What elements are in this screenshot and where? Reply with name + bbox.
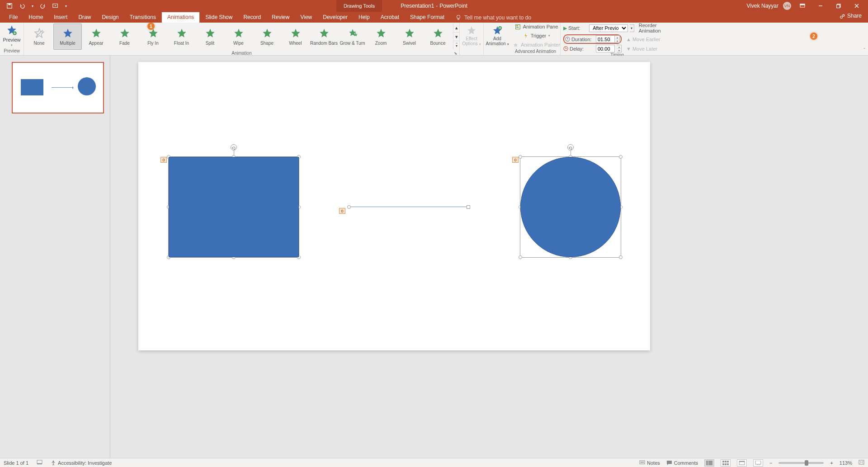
undo-icon[interactable] [19,3,25,9]
zoom-slider[interactable] [778,462,824,464]
tab-home[interactable]: Home [23,12,48,23]
animation-order-tag-rect[interactable]: 0 [160,157,167,163]
shape-rectangle[interactable] [169,157,299,257]
group-preview: Preview ▾ Preview [0,23,24,55]
notes-button[interactable]: Notes [639,460,660,466]
user-name[interactable]: Vivek Nayyar [747,3,778,9]
animation-pane-button[interactable]: Animation Pane [515,23,558,31]
start-select[interactable]: After Previous [589,24,628,32]
shape-line[interactable]: 0 [347,207,469,207]
tab-shape-format[interactable]: Shape Format [405,12,450,23]
slide-thumbnail-1[interactable] [12,62,104,113]
start-dropdown-arrow[interactable]: ▾ [630,24,634,32]
tab-developer[interactable]: Developer [317,12,353,23]
move-later-label: Move Later [632,46,657,52]
timing-start-row: ▶Start: After Previous ▾ Reorder Animati… [563,23,671,33]
gallery-item-floatin[interactable]: Float In [167,24,196,50]
gallery-item-fade[interactable]: Fade [110,24,139,50]
tab-review[interactable]: Review [266,12,295,23]
gallery-item-none[interactable]: None [25,24,53,50]
save-icon[interactable] [6,3,13,9]
line-handle-left[interactable] [347,205,351,209]
gallery-item-bounce[interactable]: Bounce [424,24,452,50]
resize-handle[interactable] [619,255,623,259]
collapse-ribbon-button[interactable]: ˆ [863,47,865,53]
preview-button[interactable]: Preview ▾ [3,24,20,47]
selection-rect[interactable]: 0 [168,156,299,258]
slide-sorter-view-button[interactable] [721,459,731,467]
line-handle-right[interactable] [467,205,470,209]
resize-handle[interactable] [619,155,623,159]
ribbon-display-options-icon[interactable] [796,0,809,12]
share-button[interactable]: Share [840,13,862,19]
slide-indicator[interactable]: Slide 1 of 1 [4,460,28,466]
shape-circle[interactable] [520,157,621,257]
zoom-slider-thumb[interactable] [805,460,808,466]
tab-file[interactable]: File [4,12,23,23]
start-from-beginning-icon[interactable] [52,3,59,9]
trigger-button[interactable]: Trigger ▾ [523,32,550,40]
tab-insert[interactable]: Insert [48,12,73,23]
close-button[interactable] [850,0,863,12]
tab-view[interactable]: View [295,12,317,23]
notes-toggle-statusbar-icon[interactable] [37,460,42,466]
delay-input[interactable] [596,45,615,52]
resize-handle[interactable] [519,255,522,259]
selection-circle[interactable]: 0 [520,156,621,258]
gallery-item-zoom[interactable]: Zoom [367,24,395,50]
animation-order-tag-circle[interactable]: 0 [512,157,519,163]
gallery-item-swivel[interactable]: Swivel [395,24,424,50]
restore-button[interactable] [832,0,845,12]
slide-canvas[interactable]: 0 0 0 [138,62,650,350]
gallery-item-wheel[interactable]: Wheel [281,24,310,50]
tell-me-search[interactable]: Tell me what you want to do [450,13,537,23]
user-avatar[interactable]: VN [783,2,791,10]
move-later-button: ▼ Move Later [626,46,657,52]
qat-customize-icon[interactable]: ▾ [65,4,67,8]
zoom-out-button[interactable]: − [769,460,772,466]
animation-dialog-launcher[interactable]: ⬊ [454,51,458,56]
gallery-item-randombars[interactable]: Random Bars [310,24,338,50]
tab-draw[interactable]: Draw [73,12,96,23]
gallery-item-appear[interactable]: Appear [82,24,110,50]
reorder-animation-button[interactable]: Reorder Animation [639,23,671,33]
reading-view-button[interactable] [737,459,747,467]
comments-button[interactable]: Comments [666,460,698,466]
preview-label: Preview [3,37,20,42]
resize-handle[interactable] [519,155,522,159]
normal-view-button[interactable] [704,459,714,467]
gallery-item-wipe[interactable]: Wipe [224,24,253,50]
gallery-item-shape[interactable]: Shape [253,24,281,50]
zoom-level[interactable]: 113% [840,460,852,466]
accessibility-checker[interactable]: Accessibility: Investigate [51,460,112,466]
tab-transitions[interactable]: Transitions [124,12,161,23]
tab-slideshow[interactable]: Slide Show [200,12,238,23]
animation-order-tag-line[interactable]: 0 [339,208,345,214]
delay-spinner[interactable]: ▴▾ [617,45,622,52]
slide-editing-area[interactable]: 0 0 0 [110,56,868,458]
add-animation-star-icon [491,25,504,36]
zoom-in-button[interactable]: + [830,460,833,466]
slide-thumbnail-pane[interactable]: 1 ⋆ [0,56,110,458]
fit-to-window-button[interactable] [859,460,864,466]
tab-acrobat[interactable]: Acrobat [375,12,405,23]
gallery-more[interactable]: ▾ [453,41,459,50]
duration-input[interactable] [596,35,615,43]
undo-dropdown-icon[interactable]: ▾ [32,4,33,8]
tab-help[interactable]: Help [353,12,375,23]
gallery-item-split[interactable]: Split [196,24,224,50]
tab-design[interactable]: Design [96,12,124,23]
redo-icon[interactable] [40,3,46,9]
minimize-button[interactable] [814,0,827,12]
add-animation-button[interactable]: Add Animation ▾ [486,36,509,46]
rotate-handle[interactable] [567,144,574,151]
rotate-handle[interactable] [231,144,237,151]
tab-record[interactable]: Record [238,12,266,23]
gallery-item-multiple[interactable]: Multiple [53,24,82,50]
duration-spinner[interactable]: ▴▾ [615,35,620,43]
slideshow-view-button[interactable] [753,459,763,467]
gallery-scroll-down[interactable]: ▾ [453,33,459,42]
tab-animations[interactable]: Animations [161,12,200,23]
gallery-scroll-up[interactable]: ▴ [453,24,459,33]
gallery-item-growturn[interactable]: Grow & Turn [338,24,367,50]
